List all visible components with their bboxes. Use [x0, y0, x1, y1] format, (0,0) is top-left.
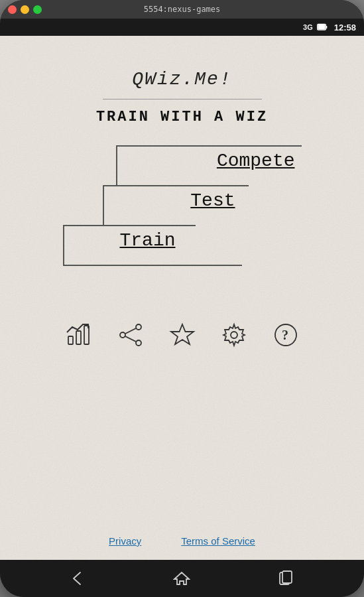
svg-point-7 — [136, 340, 141, 346]
nav-bar — [0, 560, 364, 597]
svg-point-12 — [231, 332, 237, 338]
svg-rect-17 — [282, 571, 292, 583]
app-logo: QWiz.Me! — [132, 69, 231, 90]
star-icon[interactable] — [165, 318, 200, 352]
svg-marker-15 — [174, 572, 189, 584]
test-button[interactable]: Test — [190, 190, 235, 211]
logo-divider — [103, 99, 262, 100]
share-icon[interactable] — [113, 318, 148, 352]
status-time: 12:58 — [334, 23, 356, 33]
stair-bottom-line — [63, 265, 242, 266]
staircase: Compete Test Train — [63, 145, 302, 278]
app-tagline: Train with a Wiz — [96, 109, 268, 125]
help-icon[interactable]: ? — [269, 318, 303, 352]
svg-point-8 — [120, 332, 125, 338]
svg-point-6 — [136, 324, 141, 330]
train-button[interactable]: Train — [119, 230, 175, 251]
svg-rect-3 — [68, 336, 73, 344]
recents-icon[interactable] — [277, 570, 294, 587]
screen: QWiz.Me! Train with a Wiz Compete Test T… — [0, 36, 364, 560]
icon-bar: ? — [62, 318, 303, 352]
signal-indicator: 3G — [303, 23, 313, 31]
home-icon[interactable] — [173, 570, 190, 587]
stats-icon[interactable] — [62, 318, 96, 352]
svg-rect-5 — [84, 326, 89, 344]
back-icon[interactable] — [70, 570, 87, 587]
terms-link[interactable]: Terms of Service — [181, 535, 255, 547]
status-bar: 3G 12:58 — [0, 19, 364, 36]
title-bar: 5554:nexus-games — [0, 0, 364, 19]
window-controls — [8, 5, 42, 14]
footer-links: Privacy Terms of Service — [109, 535, 255, 547]
svg-line-10 — [125, 336, 136, 342]
svg-rect-2 — [318, 25, 325, 29]
battery-icon — [317, 23, 328, 32]
svg-rect-1 — [326, 26, 327, 29]
settings-icon[interactable] — [217, 318, 251, 352]
minimize-button[interactable] — [21, 5, 29, 14]
compete-button[interactable]: Compete — [217, 151, 295, 171]
svg-line-9 — [125, 328, 136, 334]
svg-rect-4 — [76, 331, 81, 344]
window-title: 5554:nexus-games — [144, 5, 221, 14]
svg-marker-11 — [171, 324, 194, 344]
device-frame: 5554:nexus-games 3G 12:58 QWiz.Me! Train… — [0, 0, 364, 597]
close-button[interactable] — [8, 5, 17, 14]
svg-text:?: ? — [282, 328, 288, 342]
maximize-button[interactable] — [33, 5, 42, 14]
privacy-link[interactable]: Privacy — [109, 535, 141, 547]
